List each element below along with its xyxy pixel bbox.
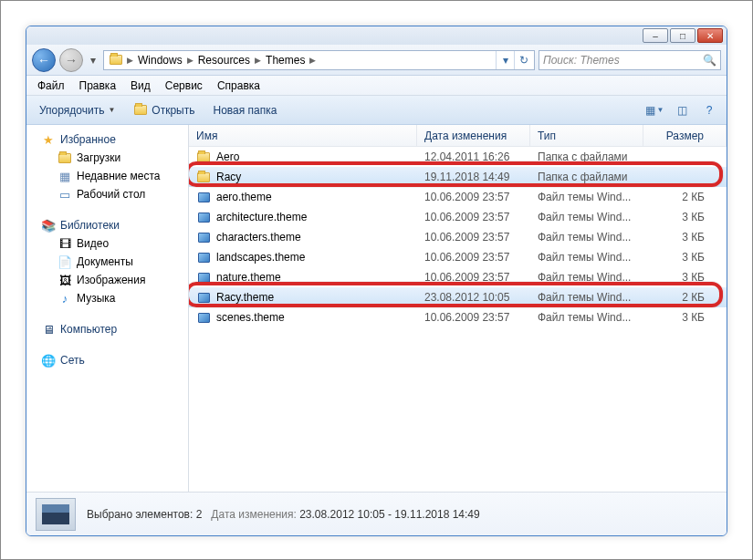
crumb-sep-icon: ▶ xyxy=(309,56,317,65)
file-list-pane: Имя Дата изменения Тип Размер Aero12.04.… xyxy=(189,125,727,492)
history-dropdown[interactable]: ▾ xyxy=(87,51,99,69)
file-name: landscapes.theme xyxy=(216,251,305,264)
video-icon: 🎞 xyxy=(58,236,72,251)
sidebar-item-documents[interactable]: 📄Документы xyxy=(26,253,188,271)
menu-file[interactable]: Файл xyxy=(30,78,72,94)
file-row[interactable]: landscapes.theme10.06.2009 23:57Файл тем… xyxy=(189,247,727,267)
sidebar-item-downloads[interactable]: Загрузки xyxy=(26,149,188,167)
file-name: Racy xyxy=(216,171,241,183)
sidebar-item-recent[interactable]: ▦Недавние места xyxy=(26,167,188,185)
theme-file-icon xyxy=(196,210,211,224)
file-row[interactable]: Racy19.11.2018 14:49Папка с файлами xyxy=(189,167,727,187)
file-type: Файл темы Wind... xyxy=(538,191,651,203)
breadcrumb[interactable]: Themes xyxy=(262,51,309,69)
file-date: 12.04.2011 16:26 xyxy=(424,150,538,163)
file-date: 19.11.2018 14:49 xyxy=(424,171,538,183)
theme-file-icon xyxy=(196,250,211,264)
file-date: 10.06.2009 23:57 xyxy=(424,271,538,284)
file-row[interactable]: Racy.theme23.08.2012 10:05Файл темы Wind… xyxy=(189,287,727,307)
file-type: Файл темы Wind... xyxy=(538,311,651,324)
recent-icon: ▦ xyxy=(58,169,72,183)
sidebar-item-videos[interactable]: 🎞Видео xyxy=(26,234,188,253)
breadcrumb[interactable]: Windows xyxy=(134,51,186,69)
libraries-icon: 📚 xyxy=(41,218,56,233)
column-headers: Имя Дата изменения Тип Размер xyxy=(189,125,727,147)
file-size: 3 КБ xyxy=(651,271,727,284)
sidebar-computer[interactable]: 🖥Компьютер xyxy=(26,320,188,338)
open-button[interactable]: Открыть xyxy=(126,100,202,120)
file-row[interactable]: scenes.theme10.06.2009 23:57Файл темы Wi… xyxy=(189,307,727,327)
maximize-button[interactable]: □ xyxy=(670,28,695,43)
sidebar-libraries[interactable]: 📚Библиотеки xyxy=(26,216,188,234)
status-date-label: Дата изменения: xyxy=(211,508,297,521)
file-row[interactable]: architecture.theme10.06.2009 23:57Файл т… xyxy=(189,207,727,227)
status-selection-count: Выбрано элементов: 2 xyxy=(87,508,202,521)
file-name: Aero xyxy=(216,150,239,163)
navigation-pane: ★Избранное Загрузки ▦Недавние места ▭Раб… xyxy=(26,125,189,492)
menu-tools[interactable]: Сервис xyxy=(158,78,210,94)
file-name: nature.theme xyxy=(216,271,281,284)
file-type: Файл темы Wind... xyxy=(538,291,651,304)
sidebar-network[interactable]: 🌐Сеть xyxy=(26,351,188,369)
file-size: 3 КБ xyxy=(651,211,727,223)
file-row[interactable]: Aero12.04.2011 16:26Папка с файлами xyxy=(189,147,727,167)
file-size: 2 КБ xyxy=(651,191,727,203)
organize-button[interactable]: Упорядочить▼ xyxy=(32,101,122,119)
menu-bar: Файл Правка Вид Сервис Справка xyxy=(26,76,727,96)
search-placeholder: Поиск: Themes xyxy=(543,54,620,67)
crumb-sep-icon: ▶ xyxy=(186,56,194,65)
navigation-bar: ← → ▾ ▶ Windows ▶ Resources ▶ Themes ▶ ▾… xyxy=(26,45,727,76)
star-icon: ★ xyxy=(41,132,56,147)
forward-button[interactable]: → xyxy=(59,48,83,72)
breadcrumb[interactable]: Resources xyxy=(194,51,254,69)
file-row[interactable]: characters.theme10.06.2009 23:57Файл тем… xyxy=(189,227,727,247)
new-folder-button[interactable]: Новая папка xyxy=(205,101,284,119)
file-type: Файл темы Wind... xyxy=(538,251,651,264)
file-type: Файл темы Wind... xyxy=(538,271,651,284)
minimize-button[interactable]: – xyxy=(643,28,668,43)
menu-edit[interactable]: Правка xyxy=(72,78,124,94)
file-name: aero.theme xyxy=(216,191,272,203)
file-type: Файл темы Wind... xyxy=(538,211,651,223)
column-size[interactable]: Размер xyxy=(643,125,727,146)
menu-view[interactable]: Вид xyxy=(123,78,158,94)
documents-icon: 📄 xyxy=(58,254,72,269)
downloads-icon xyxy=(58,150,72,165)
file-date: 10.06.2009 23:57 xyxy=(424,211,538,223)
sidebar-item-desktop[interactable]: ▭Рабочий стол xyxy=(26,185,188,203)
music-icon: ♪ xyxy=(58,291,72,306)
sidebar-item-pictures[interactable]: 🖼Изображения xyxy=(26,271,188,289)
status-date-value: 23.08.2012 10:05 - 19.11.2018 14:49 xyxy=(299,508,480,521)
refresh-button[interactable]: ↻ xyxy=(514,51,532,69)
file-size: 3 КБ xyxy=(651,251,727,264)
column-name[interactable]: Имя xyxy=(189,125,417,146)
menu-help[interactable]: Справка xyxy=(210,78,267,94)
pictures-icon: 🖼 xyxy=(58,273,72,287)
close-button[interactable]: ✕ xyxy=(697,28,723,43)
file-date: 23.08.2012 10:05 xyxy=(424,291,538,304)
column-date[interactable]: Дата изменения xyxy=(417,125,530,146)
selection-thumbnail xyxy=(36,498,76,531)
help-button[interactable]: ? xyxy=(697,100,721,120)
theme-file-icon xyxy=(196,290,211,305)
theme-file-icon xyxy=(196,190,211,204)
command-bar: Упорядочить▼ Открыть Новая папка ▦▼ ◫ ? xyxy=(26,96,727,125)
crumb-sep-icon: ▶ xyxy=(126,56,134,65)
back-button[interactable]: ← xyxy=(32,48,56,72)
sidebar-favorites[interactable]: ★Избранное xyxy=(26,130,188,149)
file-row[interactable]: nature.theme10.06.2009 23:57Файл темы Wi… xyxy=(189,267,727,287)
file-row[interactable]: aero.theme10.06.2009 23:57Файл темы Wind… xyxy=(189,187,727,207)
address-dropdown-button[interactable]: ▾ xyxy=(496,51,514,69)
file-name: characters.theme xyxy=(216,231,301,244)
search-input[interactable]: Поиск: Themes 🔍 xyxy=(539,50,721,70)
crumb-sep-icon: ▶ xyxy=(254,56,262,65)
title-bar: – □ ✕ xyxy=(26,26,727,45)
folder-icon xyxy=(196,150,211,164)
sidebar-item-music[interactable]: ♪Музыка xyxy=(26,289,188,307)
address-bar[interactable]: ▶ Windows ▶ Resources ▶ Themes ▶ ▾ ↻ xyxy=(103,50,535,70)
file-date: 10.06.2009 23:57 xyxy=(424,251,538,264)
column-type[interactable]: Тип xyxy=(530,125,643,146)
view-options-button[interactable]: ▦▼ xyxy=(643,100,666,120)
file-size: 3 КБ xyxy=(651,311,727,324)
preview-pane-button[interactable]: ◫ xyxy=(670,100,694,120)
